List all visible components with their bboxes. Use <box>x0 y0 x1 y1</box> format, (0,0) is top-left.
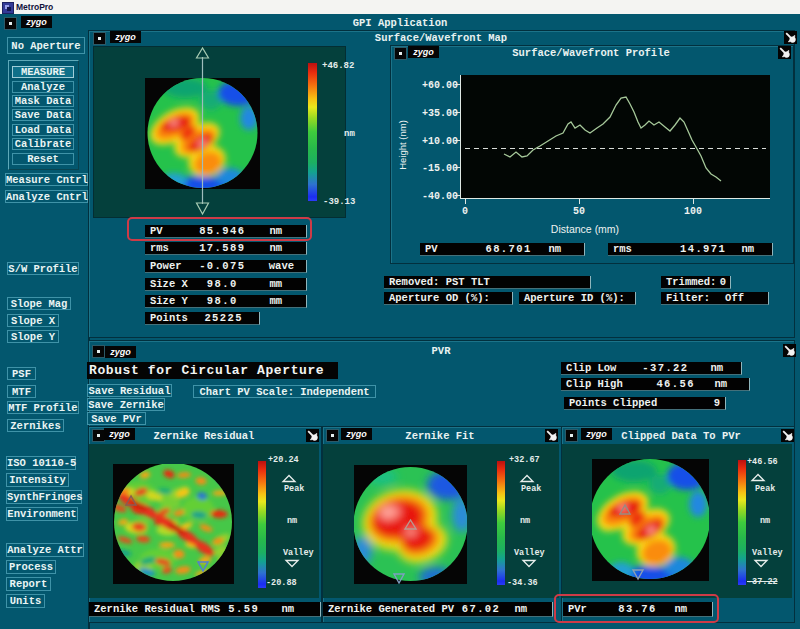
svg-text:Height (nm): Height (nm) <box>397 120 408 170</box>
svg-text:+35.00: +35.00 <box>422 108 458 119</box>
svg-text:50: 50 <box>573 206 585 217</box>
svg-text:+10.00: +10.00 <box>422 136 458 147</box>
svg-text:-40.00: -40.00 <box>422 191 458 202</box>
svg-text:100: 100 <box>684 206 702 217</box>
svg-text:0: 0 <box>462 206 468 217</box>
svg-text:+60.00: +60.00 <box>422 80 458 91</box>
svg-text:Distance (mm): Distance (mm) <box>551 223 619 235</box>
svg-text:-15.00: -15.00 <box>422 163 458 174</box>
